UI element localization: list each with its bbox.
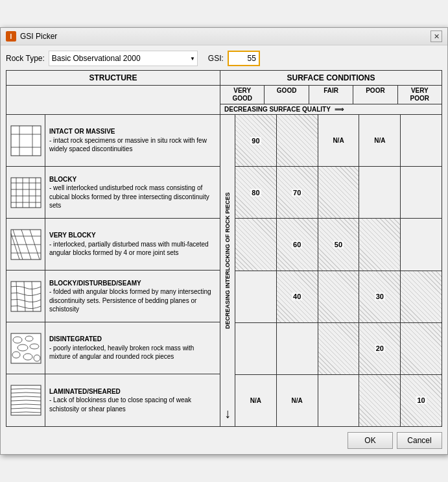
gsi-cell-3-1 (235, 219, 277, 270)
gsi-value-60: 60 (292, 241, 302, 248)
gsi-input[interactable] (228, 51, 260, 66)
laminated-desc: - Lack of blockiness due to close spacin… (49, 396, 216, 413)
quality-col-poor: POOR (353, 86, 397, 104)
gsi-value-90: 90 (250, 137, 261, 145)
disintegrated-desc: - poorly interlocked, heavily broken roc… (49, 344, 216, 361)
structure-row-very-blocky: VERY BLOCKY - interlocked, partially dis… (6, 219, 220, 271)
blocky-image (6, 167, 45, 218)
gsi-cell-1-5 (401, 115, 442, 166)
structure-row-disturbed: BLOCKY/DISTURBED/SEAMY - folded with ang… (6, 271, 220, 322)
button-row: OK Cancel (6, 427, 442, 449)
gsi-na-6-1: N/A (250, 397, 261, 404)
svg-rect-22 (11, 282, 41, 311)
gsi-cell-1-4: N/A (359, 115, 401, 166)
disturbed-text: BLOCKY/DISTURBED/SEAMY - folded with ang… (45, 271, 220, 322)
structure-column: INTACT OR MASSIVE - intact rock specimen… (6, 115, 220, 426)
gsi-value-10: 10 (416, 396, 426, 404)
gsi-value-50: 50 (333, 241, 344, 248)
structure-row-blocky: BLOCKY - well interlocked undisturbed ro… (6, 167, 220, 219)
svg-rect-5 (11, 178, 41, 208)
gsi-cell-6-3 (318, 375, 360, 426)
gsi-cell-2-3 (318, 167, 360, 218)
intact-text: INTACT OR MASSIVE - intact rock specimen… (45, 115, 220, 166)
gsi-cell-3-5 (401, 219, 442, 270)
structure-row-laminated: LAMINATED/SHEARED - Lack of blockiness d… (6, 374, 220, 426)
close-button[interactable]: ✕ (430, 30, 442, 42)
titlebar: I GSI Picker ✕ (1, 28, 447, 45)
rock-type-select-wrapper[interactable]: Basic Observational 2000 (49, 51, 198, 66)
disintegrated-text: DISINTEGRATED - poorly interlocked, heav… (45, 322, 220, 374)
gsi-label: GSI: (208, 54, 224, 63)
gsi-cell-2-2: 70 (277, 167, 318, 218)
gsi-cell-6-5: 10 (401, 375, 442, 426)
gsi-row-5: 20 (235, 323, 442, 375)
gsi-cell-5-1 (235, 323, 277, 374)
gsi-cell-1-3: N/A (318, 115, 360, 166)
very-blocky-text: VERY BLOCKY - interlocked, partially dis… (45, 219, 220, 270)
gsi-cell-5-2 (277, 323, 318, 374)
rock-type-select[interactable]: Basic Observational 2000 (49, 51, 198, 66)
gsi-cell-3-4 (359, 219, 401, 270)
svg-rect-0 (11, 126, 41, 156)
gsi-cell-4-2: 40 (277, 271, 318, 322)
header-row: STRUCTURE SURFACE CONDITIONS (6, 71, 442, 86)
laminated-image (6, 374, 45, 426)
quality-col-very-poor: VERYPOOR (398, 86, 442, 104)
very-blocky-desc: - interlocked, partially disturbed mass … (49, 240, 216, 258)
gsi-cell-6-4 (359, 375, 401, 426)
gsi-cell-6-1: N/A (235, 375, 277, 426)
laminated-text: LAMINATED/SHEARED - Lack of blockiness d… (45, 374, 220, 426)
quality-labels: VERYGOOD GOOD FAIR POOR VERYPOOR (220, 86, 442, 104)
gsi-grid: 90 N/A N/A 80 70 (235, 115, 442, 426)
gsi-cell-2-1: 80 (235, 167, 277, 218)
gsi-value-30: 30 (375, 293, 385, 300)
titlebar-left: I GSI Picker (6, 31, 57, 42)
subheader-structure-empty (6, 86, 220, 114)
intact-desc: - intact rock specimens or massive in si… (49, 136, 216, 154)
gsi-row-4: 40 30 (235, 271, 442, 323)
quality-arrow-text: DECREASING SURFACE QUALITY (224, 106, 331, 113)
gsi-picker-window: I GSI Picker ✕ Rock Type: Basic Observat… (0, 27, 448, 455)
gsi-cell-4-1 (235, 271, 277, 322)
very-blocky-image (6, 219, 45, 270)
disintegrated-image (6, 322, 45, 374)
gsi-cell-3-3: 50 (318, 219, 360, 270)
window-title: GSI Picker (20, 32, 57, 41)
gsi-cell-1-2 (277, 115, 318, 166)
disintegrated-title: DISINTEGRATED (49, 335, 102, 344)
structure-header: STRUCTURE (6, 71, 220, 85)
gsi-value-40: 40 (292, 293, 302, 300)
quality-col-good: GOOD (265, 86, 309, 104)
vertical-label-wrapper: DECREASING INTERLOCKING OF ROCK PIECES ↓ (220, 115, 235, 426)
ok-button[interactable]: OK (348, 432, 393, 449)
gsi-row-1: 90 N/A N/A (235, 115, 442, 167)
body-rows: INTACT OR MASSIVE - intact rock specimen… (6, 115, 442, 426)
subheader-quality: VERYGOOD GOOD FAIR POOR VERYPOOR DECREAS… (220, 86, 442, 114)
gsi-cell-4-4: 30 (359, 271, 401, 322)
very-blocky-title: VERY BLOCKY (49, 231, 96, 240)
gsi-cell-5-5 (401, 323, 442, 374)
chart-area: DECREASING INTERLOCKING OF ROCK PIECES ↓… (220, 115, 442, 426)
rock-type-label: Rock Type: (6, 54, 45, 63)
vertical-arrow-icon: ↓ (224, 406, 231, 426)
gsi-cell-1-1: 90 (235, 115, 277, 166)
quality-col-very-good: VERYGOOD (220, 86, 265, 104)
gsi-row-6: N/A N/A 10 (235, 375, 442, 426)
gsi-cell-5-4: 20 (359, 323, 401, 374)
window-content: Rock Type: Basic Observational 2000 GSI:… (1, 45, 447, 454)
gsi-cell-3-2: 60 (277, 219, 318, 270)
app-icon: I (6, 31, 16, 42)
top-controls: Rock Type: Basic Observational 2000 GSI: (6, 51, 442, 66)
surface-header: SURFACE CONDITIONS (220, 71, 442, 85)
gsi-row-2: 80 70 (235, 167, 442, 219)
structure-row-disintegrated: DISINTEGRATED - poorly interlocked, heav… (6, 322, 220, 374)
blocky-text: BLOCKY - well interlocked undisturbed ro… (45, 167, 220, 218)
intact-title: INTACT OR MASSIVE (49, 127, 115, 136)
quality-arrow-icon: ⟹ (335, 106, 344, 113)
gsi-row-3: 60 50 (235, 219, 442, 271)
cancel-button[interactable]: Cancel (397, 432, 442, 449)
gsi-cell-2-5 (401, 167, 442, 218)
disturbed-title: BLOCKY/DISTURBED/SEAMY (49, 279, 141, 288)
subheader-row: VERYGOOD GOOD FAIR POOR VERYPOOR DECREAS… (6, 86, 442, 115)
gsi-cell-6-2: N/A (277, 375, 318, 426)
